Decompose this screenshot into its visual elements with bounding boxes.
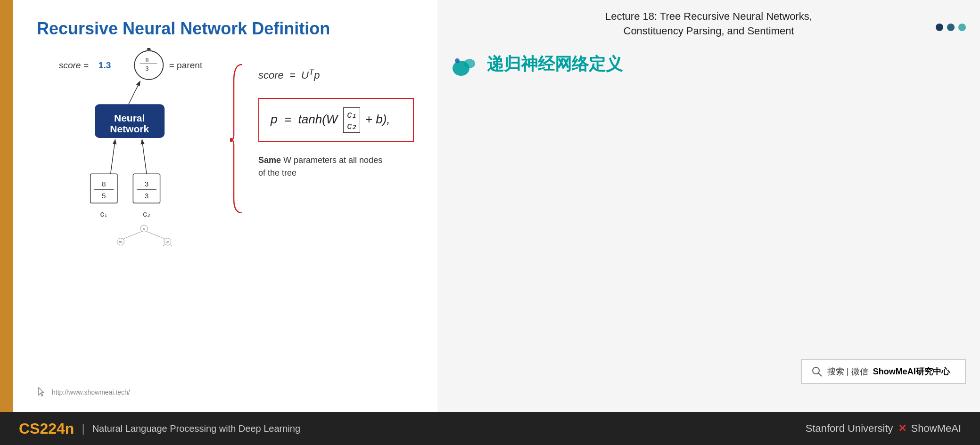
search-text: 搜索 | 微信 bbox=[827, 366, 868, 377]
institution-info: Stanford University ✕ ShowMeAI bbox=[806, 422, 961, 435]
nn-diagram: score = 1.3 8 3 = parent Neural bbox=[37, 48, 216, 246]
cursor-icon bbox=[37, 387, 48, 398]
svg-point-2 bbox=[134, 51, 163, 80]
svg-text:Network: Network bbox=[110, 123, 149, 134]
brace-icon bbox=[230, 62, 244, 213]
main-area: Recursive Neural Network Definition scor… bbox=[0, 0, 980, 412]
svg-text:c₂: c₂ bbox=[143, 209, 150, 218]
svg-line-8 bbox=[129, 82, 140, 105]
chinese-title: 递归神经网络定义 bbox=[487, 53, 623, 76]
wave-icon bbox=[452, 50, 480, 79]
lecture-title: Lecture 18: Tree Recursive Neural Networ… bbox=[452, 9, 966, 39]
svg-line-37 bbox=[170, 244, 180, 246]
footer-url: http://www.showmeai.tech/ bbox=[52, 388, 130, 396]
svg-text:3: 3 bbox=[145, 192, 149, 200]
svg-text:score =: score = bbox=[59, 60, 89, 70]
right-panel: Lecture 18: Tree Recursive Neural Networ… bbox=[437, 0, 980, 412]
bottom-bar: CS224n | Natural Language Processing wit… bbox=[0, 412, 980, 445]
svg-point-53 bbox=[230, 138, 233, 142]
course-code: CS224n bbox=[19, 420, 74, 437]
svg-text:VP: VP bbox=[166, 241, 169, 243]
search-box[interactable]: 搜索 | 微信 ShowMeAI研究中心 bbox=[801, 359, 966, 384]
svg-text:8: 8 bbox=[102, 180, 106, 188]
svg-text:c₁: c₁ bbox=[100, 209, 107, 218]
course-info: CS224n | Natural Language Processing wit… bbox=[19, 420, 300, 437]
svg-text:S: S bbox=[143, 227, 145, 230]
orange-bar bbox=[0, 0, 13, 412]
dot-3 bbox=[958, 24, 966, 31]
slide-body: score = 1.3 8 3 = parent Neural bbox=[37, 53, 414, 377]
svg-text:3: 3 bbox=[145, 180, 149, 188]
svg-text:1.3: 1.3 bbox=[99, 60, 111, 70]
svg-point-55 bbox=[464, 59, 475, 68]
svg-line-13 bbox=[142, 140, 147, 174]
slide-content: Recursive Neural Network Definition scor… bbox=[13, 0, 437, 412]
slide-footer: http://www.showmeai.tech/ bbox=[37, 387, 414, 398]
svg-line-58 bbox=[818, 373, 822, 376]
dots-row bbox=[936, 24, 966, 31]
x-mark: ✕ bbox=[898, 422, 906, 435]
svg-text:NP: NP bbox=[119, 241, 123, 243]
brand-name: ShowMeAI bbox=[911, 422, 961, 435]
svg-text:5: 5 bbox=[102, 192, 106, 200]
main-formula-box: p = tanh(W c₁ c₂ + b), bbox=[258, 98, 414, 142]
svg-text:8: 8 bbox=[145, 57, 148, 64]
svg-point-57 bbox=[813, 367, 819, 374]
score-formula: score = UTp bbox=[258, 67, 414, 81]
svg-text:= parent: = parent bbox=[169, 60, 203, 70]
chinese-section: 递归神经网络定义 bbox=[452, 50, 966, 79]
svg-text:Neural: Neural bbox=[114, 113, 145, 123]
separator: | bbox=[82, 422, 84, 435]
svg-line-31 bbox=[147, 231, 165, 239]
diagram-area: score = 1.3 8 3 = parent Neural bbox=[37, 53, 235, 377]
svg-point-56 bbox=[455, 58, 460, 63]
svg-line-36 bbox=[152, 244, 165, 246]
same-w-text: Same W parameters at all nodesof the tre… bbox=[258, 154, 414, 179]
svg-line-12 bbox=[111, 140, 115, 174]
dot-2 bbox=[947, 24, 955, 31]
formula-area: score = UTp p = tanh(W c₁ c₂ + b), bbox=[235, 53, 414, 377]
institution-name: Stanford University bbox=[806, 422, 893, 435]
search-brand: ShowMeAI研究中心 bbox=[873, 366, 950, 377]
main-formula-text: p = tanh(W c₁ c₂ + b), bbox=[271, 112, 390, 126]
dot-1 bbox=[936, 24, 943, 31]
slide-title: Recursive Neural Network Definition bbox=[37, 19, 414, 39]
search-icon bbox=[811, 366, 823, 377]
course-name: Natural Language Processing with Deep Le… bbox=[92, 423, 300, 434]
svg-line-30 bbox=[124, 231, 141, 239]
svg-text:3: 3 bbox=[145, 65, 148, 72]
